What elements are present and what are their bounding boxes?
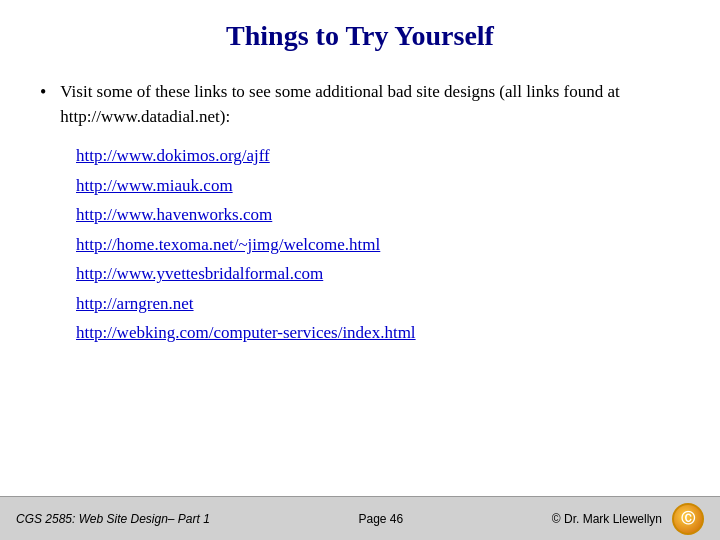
link-item[interactable]: http://home.texoma.net/~jimg/welcome.htm… (76, 232, 680, 258)
footer-copyright: © Dr. Mark Llewellyn (552, 512, 662, 526)
slide-title: Things to Try Yourself (40, 20, 680, 56)
link-item[interactable]: http://www.dokimos.org/ajff (76, 143, 680, 169)
slide-container: Things to Try Yourself • Visit some of t… (0, 0, 720, 540)
link-item[interactable]: http://www.yvettesbridalformal.com (76, 261, 680, 287)
link-item[interactable]: http://arngren.net (76, 291, 680, 317)
bullet-text: Visit some of these links to see some ad… (60, 80, 680, 129)
bullet-row: • Visit some of these links to see some … (40, 80, 680, 129)
logo-icon: Ⓒ (672, 503, 704, 535)
bullet-dot: • (40, 82, 46, 103)
footer: CGS 2585: Web Site Design– Part 1 Page 4… (0, 496, 720, 540)
link-item[interactable]: http://www.havenworks.com (76, 202, 680, 228)
link-item[interactable]: http://webking.com/computer-services/ind… (76, 320, 680, 346)
logo-symbol: Ⓒ (681, 510, 695, 528)
link-item[interactable]: http://www.miauk.com (76, 173, 680, 199)
content-area: • Visit some of these links to see some … (40, 80, 680, 540)
footer-center: Page 46 (358, 512, 403, 526)
footer-left: CGS 2585: Web Site Design– Part 1 (16, 512, 210, 526)
links-list: http://www.dokimos.org/ajffhttp://www.mi… (76, 143, 680, 346)
footer-right: © Dr. Mark Llewellyn Ⓒ (552, 503, 704, 535)
